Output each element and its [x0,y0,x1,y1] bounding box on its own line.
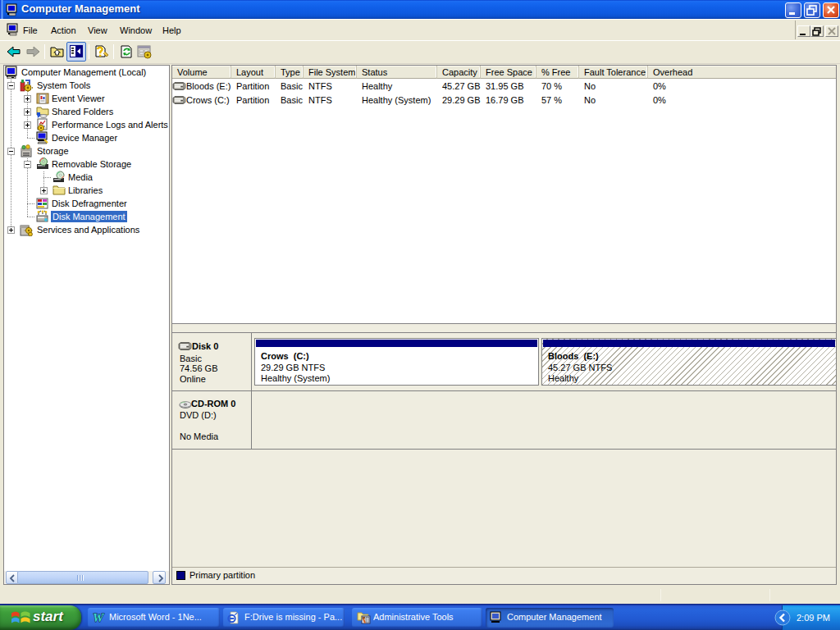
svg-text:W: W [93,611,105,624]
